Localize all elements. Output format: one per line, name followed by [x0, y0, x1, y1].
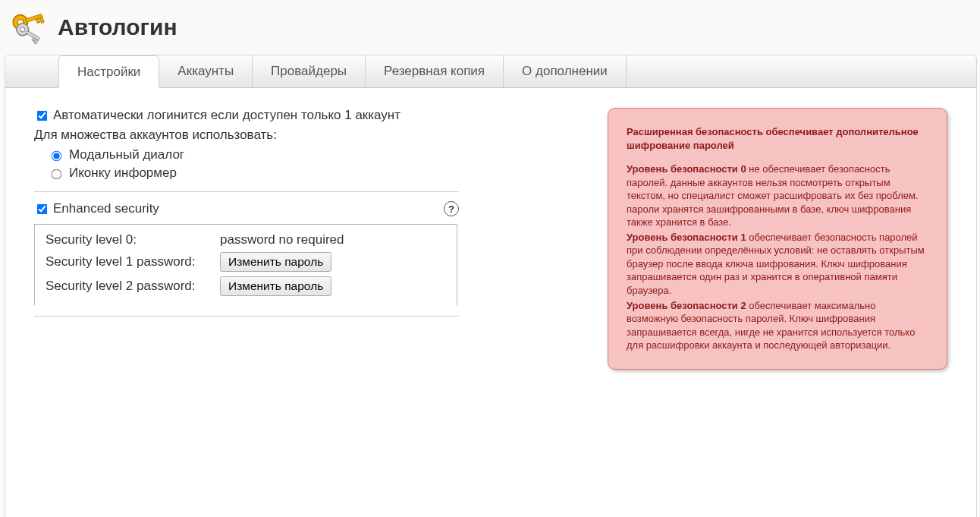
sec-level-2-change-button[interactable]: Изменить пароль	[220, 276, 331, 296]
svg-rect-4	[40, 17, 44, 24]
sec-level-1-label: Security level 1 password:	[46, 254, 220, 270]
auto-login-single-checkbox[interactable]	[37, 110, 48, 121]
sec-level-0-label: Security level 0:	[46, 232, 220, 247]
tab-about[interactable]: О дополнении	[504, 55, 627, 87]
auto-login-single-label: Автоматически логинится если доступен то…	[53, 108, 400, 123]
page-title: Автологин	[58, 14, 177, 40]
multi-account-prompt: Для множества аккаунтов использовать:	[34, 128, 459, 143]
sec-level-0-value: password no required	[220, 232, 446, 247]
tooltip-level-1: Уровень безопасности 1 обеспечивает безо…	[627, 231, 930, 298]
tab-providers[interactable]: Провайдеры	[253, 55, 366, 87]
multi-account-modal-label: Модальный диалог	[69, 147, 184, 162]
tab-settings[interactable]: Настройки	[58, 55, 159, 88]
divider	[34, 191, 459, 192]
sec-level-2-label: Security level 2 password:	[46, 279, 220, 294]
tooltip-intro: Расширенная безопасность обеспечивает до…	[627, 125, 930, 152]
tab-accounts[interactable]: Аккаунты	[159, 55, 253, 87]
svg-rect-3	[36, 18, 40, 23]
divider	[34, 316, 459, 317]
enhanced-security-checkbox[interactable]	[37, 203, 48, 214]
security-levels-box: Security level 0: password no required S…	[34, 224, 457, 305]
help-icon[interactable]: ?	[444, 201, 459, 216]
multi-account-informer-label: Иконку информер	[69, 166, 177, 181]
multi-account-modal-radio[interactable]	[52, 151, 62, 162]
enhanced-security-label: Enhanced security	[53, 201, 159, 216]
multi-account-informer-radio[interactable]	[52, 169, 62, 180]
sec-level-1-change-button[interactable]: Изменить пароль	[220, 252, 331, 272]
keys-icon	[9, 6, 52, 49]
tab-backup[interactable]: Резервная копия	[366, 55, 504, 87]
tooltip-level-0: Уровень безопасности 0 не обеспечивает б…	[627, 162, 930, 229]
main-card: Настройки Аккаунты Провайдеры Резервная …	[5, 55, 977, 517]
security-tooltip: Расширенная безопасность обеспечивает до…	[608, 108, 947, 370]
tabbar: Настройки Аккаунты Провайдеры Резервная …	[5, 55, 976, 88]
tooltip-level-2: Уровень безопасности 2 обеспечивает макс…	[627, 299, 930, 352]
